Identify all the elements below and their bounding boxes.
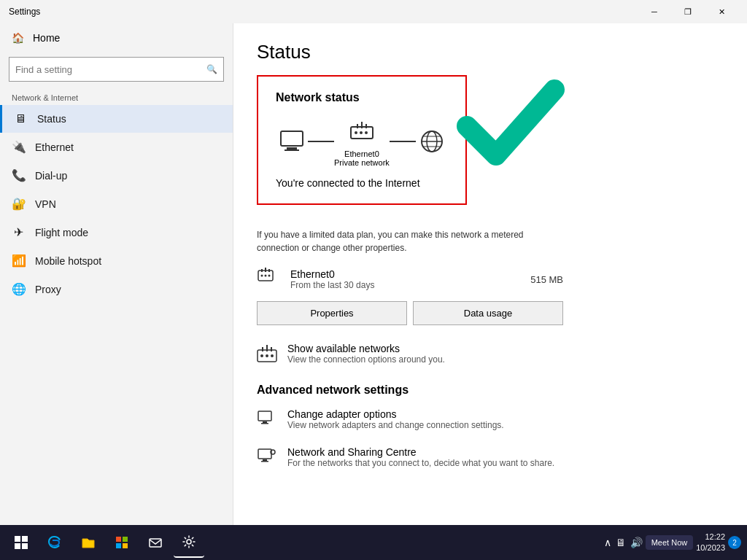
show-networks-title: Show available networks <box>287 343 445 354</box>
search-input[interactable] <box>15 64 206 75</box>
sharing-text: Network and Sharing Centre For the netwo… <box>287 446 554 468</box>
sidebar-item-hotspot-label: Mobile hotspot <box>35 255 101 267</box>
svg-rect-1 <box>287 147 297 149</box>
minimize-button[interactable]: ─ <box>638 0 671 23</box>
svg-rect-31 <box>261 423 268 424</box>
taskbar-left <box>6 527 204 558</box>
svg-rect-38 <box>15 543 20 549</box>
clock[interactable]: 12:22 10/2023 <box>696 532 725 554</box>
show-networks-desc: View the connection options around you. <box>287 354 445 365</box>
sidebar-item-dialup-label: Dial-up <box>35 170 67 182</box>
sidebar-item-flight-label: Flight mode <box>35 227 88 238</box>
sidebar-item-ethernet[interactable]: 🔌 Ethernet <box>0 133 233 161</box>
notification-button[interactable]: 2 <box>728 536 741 549</box>
start-button[interactable] <box>6 527 36 558</box>
mail-button[interactable] <box>140 527 171 558</box>
properties-button[interactable]: Properties <box>257 301 407 325</box>
sharing-icon <box>257 446 277 470</box>
svg-rect-18 <box>268 269 270 272</box>
svg-rect-29 <box>258 411 271 421</box>
svg-rect-37 <box>22 536 28 542</box>
svg-rect-44 <box>150 539 161 547</box>
svg-rect-16 <box>261 269 263 272</box>
sidebar-item-vpn-label: VPN <box>35 198 56 210</box>
svg-rect-41 <box>123 537 128 542</box>
svg-rect-42 <box>116 543 121 548</box>
sidebar-item-status[interactable]: 🖥 Status <box>0 105 233 133</box>
svg-point-9 <box>365 131 368 134</box>
sidebar-item-dialup[interactable]: 📞 Dial-up <box>0 161 233 190</box>
svg-point-8 <box>360 131 363 134</box>
svg-rect-43 <box>123 543 128 548</box>
internet-icon <box>416 125 448 158</box>
line-1 <box>308 141 334 142</box>
svg-point-28 <box>271 354 274 357</box>
svg-rect-17 <box>265 268 266 272</box>
time-display: 12:22 <box>696 532 725 542</box>
networks-icon <box>257 344 277 369</box>
sidebar-item-proxy-label: Proxy <box>35 284 61 295</box>
svg-rect-40 <box>116 537 121 542</box>
vpn-icon: 🔐 <box>12 197 25 211</box>
svg-rect-36 <box>15 536 20 542</box>
home-label: Home <box>33 32 60 44</box>
taskbar: ∧ 🖥 🔊 Meet Now 12:22 10/2023 2 <box>0 525 747 560</box>
sharing-desc: For the networks that you connect to, de… <box>287 458 554 468</box>
ethernet-size: 515 MB <box>530 274 563 285</box>
svg-point-26 <box>260 354 263 357</box>
change-adapter-item[interactable]: Change adapter options View network adap… <box>257 408 563 432</box>
app-container: 🏠 Home 🔍 Network & Internet 🖥 Status 🔌 E… <box>0 23 747 525</box>
settings-button[interactable] <box>174 527 204 558</box>
ethernet-label: Ethernet0 Private network <box>334 149 390 167</box>
data-usage-button[interactable]: Data usage <box>413 301 563 325</box>
network-sys-icon[interactable]: 🖥 <box>616 537 626 548</box>
taskbar-right: ∧ 🖥 🔊 Meet Now 12:22 10/2023 2 <box>604 532 741 554</box>
svg-point-19 <box>261 275 263 277</box>
ethernet-row-icon <box>257 266 280 292</box>
edge-button[interactable] <box>39 527 70 558</box>
svg-rect-34 <box>261 461 268 462</box>
svg-rect-39 <box>22 543 28 549</box>
sound-icon[interactable]: 🔊 <box>630 537 643 548</box>
line-2 <box>390 141 416 142</box>
ethernet-left: Ethernet0 From the last 30 days <box>257 266 374 292</box>
restore-button[interactable]: ❐ <box>671 0 705 23</box>
home-icon: 🏠 <box>12 32 24 44</box>
titlebar: Settings ─ ❐ ✕ <box>0 0 747 23</box>
show-networks-text: Show available networks View the connect… <box>287 343 445 365</box>
ethernet-icon: 🔌 <box>12 140 25 154</box>
window-title: Settings <box>9 7 40 17</box>
svg-rect-32 <box>258 449 271 459</box>
sidebar-item-status-label: Status <box>37 113 66 125</box>
proxy-icon: 🌐 <box>12 282 25 296</box>
sidebar-item-hotspot[interactable]: 📶 Mobile hotspot <box>0 246 233 275</box>
svg-rect-2 <box>285 149 299 151</box>
svg-rect-5 <box>361 122 363 128</box>
search-icon: 🔍 <box>206 64 217 74</box>
svg-rect-0 <box>281 131 303 146</box>
show-networks-item[interactable]: Show available networks View the connect… <box>257 343 563 369</box>
sidebar-item-flight[interactable]: ✈ Flight mode <box>0 218 233 246</box>
ethernet-info: Ethernet0 From the last 30 days <box>290 268 374 290</box>
sidebar-item-proxy[interactable]: 🌐 Proxy <box>0 275 233 303</box>
sharing-title: Network and Sharing Centre <box>287 446 554 458</box>
adapter-text: Change adapter options View network adap… <box>287 408 504 430</box>
sidebar: 🏠 Home 🔍 Network & Internet 🖥 Status 🔌 E… <box>0 23 233 525</box>
svg-point-45 <box>187 540 191 544</box>
dialup-icon: 📞 <box>12 168 25 182</box>
close-button[interactable]: ✕ <box>705 0 738 23</box>
chevron-up-icon[interactable]: ∧ <box>604 537 611 548</box>
network-diagram: Ethernet0 Private network <box>276 116 448 167</box>
explorer-button[interactable] <box>73 527 104 558</box>
sharing-centre-item[interactable]: Network and Sharing Centre For the netwo… <box>257 446 563 470</box>
meet-now-button[interactable]: Meet Now <box>646 535 694 550</box>
window-controls: ─ ❐ ✕ <box>638 0 738 23</box>
sidebar-item-vpn[interactable]: 🔐 VPN <box>0 190 233 218</box>
advanced-heading: Advanced network settings <box>257 384 724 397</box>
svg-rect-23 <box>262 347 263 351</box>
checkmark-overlay <box>452 68 569 184</box>
info-text: If you have a limited data plan, you can… <box>257 228 563 254</box>
store-button[interactable] <box>107 527 137 558</box>
sidebar-item-home[interactable]: 🏠 Home <box>0 23 233 52</box>
network-status-card: Network status <box>257 75 467 205</box>
